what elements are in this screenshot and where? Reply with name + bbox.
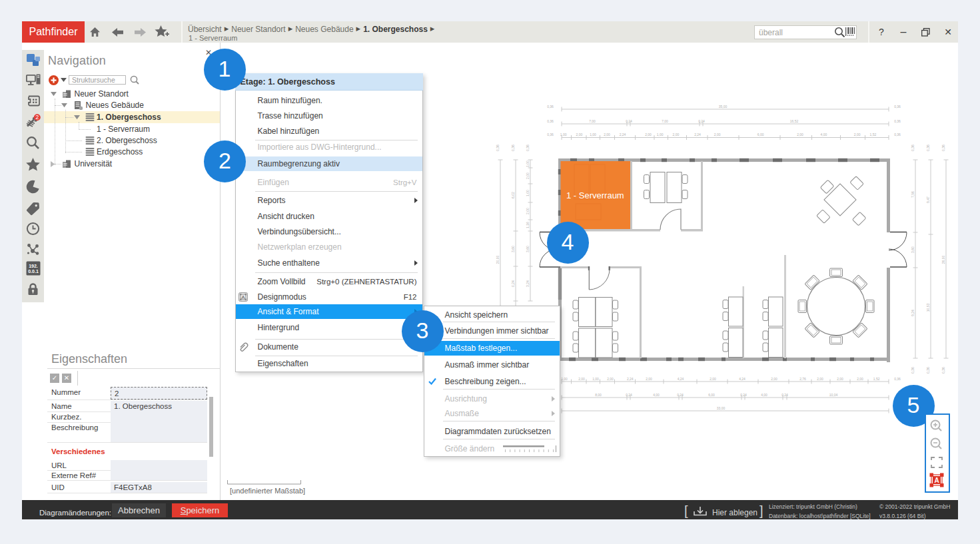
- svg-text:0,36: 0,36: [526, 144, 530, 151]
- svg-text:4,00: 4,00: [821, 133, 827, 136]
- svg-text:1,52: 1,52: [873, 377, 880, 381]
- svg-text:4,00: 4,00: [653, 393, 660, 397]
- svg-text:1,00: 1,00: [657, 133, 664, 136]
- svg-text:2,00: 2,00: [645, 133, 652, 136]
- svg-text:0,36: 0,36: [941, 367, 945, 374]
- svg-text:0,24: 0,24: [781, 393, 788, 397]
- svg-text:2,00: 2,00: [578, 377, 585, 381]
- svg-text:2,00: 2,00: [857, 377, 863, 381]
- svg-text:1,00: 1,00: [590, 133, 596, 136]
- svg-text:0,24: 0,24: [698, 119, 705, 123]
- svg-text:1,00: 1,00: [526, 160, 530, 167]
- svg-text:2,24: 2,24: [694, 133, 701, 136]
- svg-text:0,24: 0,24: [740, 393, 747, 397]
- svg-text:8,00: 8,00: [595, 393, 602, 397]
- svg-text:1,52: 1,52: [870, 133, 877, 136]
- svg-text:6,02: 6,02: [511, 192, 515, 198]
- svg-text:0,36: 0,36: [894, 377, 901, 381]
- svg-text:3,60: 3,60: [511, 246, 515, 252]
- svg-text:A: A: [241, 294, 245, 300]
- svg-text:0,36: 0,36: [926, 367, 930, 374]
- svg-text:1,00: 1,00: [561, 377, 568, 381]
- svg-text:6,00: 6,00: [708, 393, 715, 397]
- svg-text:1,16: 1,16: [526, 222, 530, 228]
- svg-text:0,36: 0,36: [911, 144, 915, 151]
- svg-text:2,00: 2,00: [854, 133, 861, 136]
- svg-text:2,00: 2,00: [797, 133, 803, 136]
- svg-text:9,24: 9,24: [911, 310, 915, 316]
- svg-text:2,00: 2,00: [576, 133, 583, 136]
- svg-text:4,24: 4,24: [739, 377, 745, 381]
- svg-text:6,00: 6,00: [757, 133, 764, 136]
- svg-text:0,24: 0,24: [677, 393, 684, 397]
- svg-text:2,00: 2,00: [604, 133, 610, 136]
- svg-text:0.0.1: 0.0.1: [28, 269, 39, 274]
- svg-text:1,00: 1,00: [592, 377, 599, 381]
- svg-text:10,04: 10,04: [829, 393, 838, 397]
- svg-text:0,36: 0,36: [894, 105, 901, 109]
- svg-text:2,00: 2,00: [837, 377, 843, 381]
- svg-text:3,60: 3,60: [526, 246, 530, 252]
- svg-text:0,36: 0,36: [511, 144, 515, 151]
- svg-text:0,36: 0,36: [941, 144, 945, 151]
- svg-text:2,76: 2,76: [799, 377, 806, 381]
- svg-text:2,00: 2,00: [771, 377, 777, 381]
- svg-text:0,36: 0,36: [547, 119, 554, 123]
- svg-text:3,24: 3,24: [526, 280, 530, 287]
- svg-text:1,00: 1,00: [526, 190, 530, 196]
- svg-text:2,00: 2,00: [607, 377, 614, 381]
- svg-text:1,00: 1,00: [560, 133, 567, 136]
- svg-text:20,00: 20,00: [496, 256, 500, 264]
- svg-text:2,24: 2,24: [620, 133, 626, 136]
- svg-text:192.: 192.: [29, 264, 38, 268]
- svg-text:0,36: 0,36: [926, 144, 930, 151]
- svg-text:3,60: 3,60: [911, 246, 915, 253]
- svg-text:33,00: 33,00: [717, 406, 726, 410]
- svg-text:35,00: 35,00: [719, 105, 728, 109]
- svg-text:7,56: 7,56: [911, 191, 915, 198]
- svg-text:2,00: 2,00: [526, 208, 530, 214]
- svg-text:2,00: 2,00: [817, 377, 823, 381]
- svg-text:7,00: 7,00: [662, 119, 668, 123]
- svg-text:0,36: 0,36: [894, 119, 901, 123]
- svg-text:2,00: 2,00: [673, 133, 680, 136]
- svg-text:2,24: 2,24: [627, 377, 634, 381]
- svg-text:0,24: 0,24: [511, 280, 515, 287]
- svg-text:2,00: 2,00: [526, 172, 530, 179]
- svg-text:0,36: 0,36: [496, 144, 500, 151]
- svg-text:0,36: 0,36: [894, 133, 901, 136]
- svg-text:4,00: 4,00: [761, 393, 767, 397]
- svg-text:0,36: 0,36: [547, 133, 554, 136]
- svg-text:0,24: 0,24: [626, 119, 632, 123]
- svg-text:A: A: [934, 477, 939, 484]
- svg-text:0,36: 0,36: [547, 105, 554, 109]
- svg-text:10,53: 10,53: [926, 304, 930, 312]
- svg-text:1 - Serverraum: 1 - Serverraum: [566, 190, 624, 200]
- svg-text:16,52: 16,52: [790, 119, 799, 123]
- svg-text:2,00: 2,00: [646, 377, 652, 381]
- svg-text:26,00: 26,00: [941, 256, 945, 264]
- svg-text:2: 2: [35, 114, 39, 121]
- svg-text:2,00: 2,00: [714, 133, 721, 136]
- svg-text:7,00: 7,00: [589, 119, 596, 123]
- svg-text:0,24: 0,24: [626, 393, 632, 397]
- svg-text:4,24: 4,24: [678, 377, 684, 381]
- svg-text:0,36: 0,36: [911, 367, 915, 374]
- svg-text:2,00: 2,00: [710, 377, 716, 381]
- svg-text:9,47: 9,47: [926, 196, 930, 203]
